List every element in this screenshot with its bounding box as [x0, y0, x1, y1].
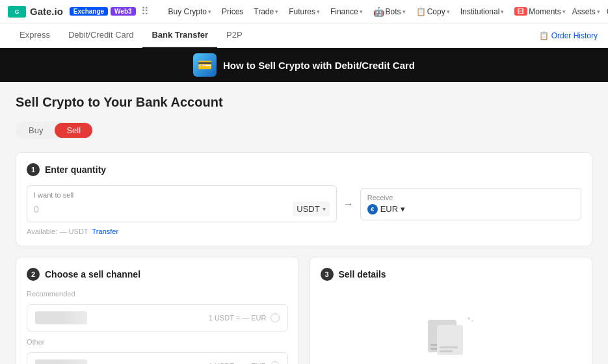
logo-text: Gate.io — [30, 6, 63, 17]
nav-buy-crypto[interactable]: Buy Crypto ▾ — [165, 7, 215, 16]
nav-prices[interactable]: Prices — [218, 7, 247, 16]
channel2-rate: 1 USDT = — EUR — [209, 361, 280, 364]
step3-area: 3 Sell details — [310, 257, 593, 364]
trade-chevron: ▾ — [275, 8, 278, 15]
banner-icon: 💳 — [193, 53, 217, 77]
step2-section: 2 Choose a sell channel Recommended 1 US… — [16, 257, 299, 364]
exchange-tag[interactable]: Exchange — [70, 7, 108, 16]
step2-number: 2 — [27, 268, 40, 281]
sell-button[interactable]: Sell — [55, 123, 92, 138]
channel1-radio[interactable] — [271, 313, 280, 322]
step3-title: Sell details — [339, 269, 386, 280]
recommended-label: Recommended — [27, 290, 288, 298]
nav-finance[interactable]: Finance ▾ — [326, 7, 367, 16]
banner-text: How to Sell Crypto with Debit/Credit Car… — [223, 60, 415, 71]
top-nav: G Gate.io Exchange Web3 ⠿ Buy Crypto ▾ P… — [0, 0, 608, 23]
tab-bank-transfer[interactable]: Bank Transfer — [142, 23, 217, 48]
bots-chevron: ▾ — [403, 8, 406, 15]
order-history-link[interactable]: 📋 Order History — [539, 31, 598, 40]
nav-moments[interactable]: 🎞 Moments ▾ — [510, 7, 569, 16]
sell-label: I want to sell — [34, 191, 330, 199]
nav-futures[interactable]: Futures ▾ — [285, 7, 324, 16]
main-content: Sell Crypto to Your Bank Account Buy Sel… — [0, 82, 608, 364]
sell-field: I want to sell USDT ▾ — [27, 185, 337, 222]
moments-chevron: ▾ — [562, 8, 566, 15]
channel1-logo — [35, 311, 87, 324]
channel-item-2[interactable]: 1 USDT = — EUR — [27, 352, 288, 364]
step1-header: 1 Enter quantity — [27, 163, 581, 176]
details-placeholder-illustration — [428, 320, 473, 359]
receive-currency-label: EUR — [380, 204, 398, 214]
receive-currency-selector[interactable]: € EUR ▾ — [367, 204, 574, 214]
steps-layout: 2 Choose a sell channel Recommended 1 US… — [16, 257, 592, 364]
finance-chevron: ▾ — [360, 8, 363, 15]
quantity-row: I want to sell USDT ▾ → Receive € EUR ▾ — [27, 185, 581, 222]
step1-title: Enter quantity — [45, 164, 106, 175]
copy-icon: 📋 — [416, 7, 426, 16]
nav-copy[interactable]: 📋 Copy ▾ — [412, 7, 454, 16]
moments-badge: 🎞 — [514, 7, 527, 16]
order-history-icon: 📋 — [539, 31, 549, 40]
tab-p2p[interactable]: P2P — [217, 23, 252, 48]
channel1-rate: 1 USDT = — EUR — [209, 313, 280, 322]
swap-arrow-icon: → — [343, 198, 354, 210]
doc-front-icon — [437, 325, 463, 355]
eur-flag-icon: € — [367, 204, 378, 214]
nav-right: Assets ▾ Order ▾ 👤 ⬇ 🔍 ☰ — [572, 5, 608, 19]
page-title: Sell Crypto to Your Bank Account — [16, 95, 592, 110]
step2-title: Choose a sell channel — [45, 269, 140, 280]
dots-decoration — [468, 317, 473, 322]
nav-institutional[interactable]: Institutional ▾ — [456, 7, 509, 16]
channel-item-1[interactable]: 1 USDT = — EUR — [27, 304, 288, 332]
buy-button[interactable]: Buy — [17, 123, 55, 138]
tab-express[interactable]: Express — [10, 23, 59, 48]
other-label: Other — [27, 338, 288, 346]
receive-currency-chevron: ▾ — [401, 204, 405, 214]
institutional-chevron: ▾ — [501, 8, 504, 15]
receive-field: Receive € EUR ▾ — [360, 188, 581, 220]
sell-amount-input[interactable] — [34, 204, 289, 214]
available-text: Available: — USDT — [27, 228, 88, 235]
tab-debit-credit[interactable]: Debit/Credit Card — [59, 23, 142, 48]
channel2-radio[interactable] — [271, 361, 280, 364]
more-nav-icon[interactable]: ⠿ — [139, 5, 152, 18]
logo-icon: G — [8, 6, 26, 18]
step2-area: 2 Choose a sell channel Recommended 1 US… — [16, 257, 299, 364]
available-balance-row: Available: — USDT Transfer — [27, 228, 581, 235]
logo-area[interactable]: G Gate.io — [8, 6, 63, 18]
assets-button[interactable]: Assets ▾ — [572, 7, 600, 16]
sub-nav: Express Debit/Credit Card Bank Transfer … — [0, 23, 608, 48]
nav-bots[interactable]: 🤖 Bots ▾ — [369, 6, 410, 17]
transfer-link[interactable]: Transfer — [92, 228, 119, 235]
step2-header: 2 Choose a sell channel — [27, 268, 288, 281]
buy-sell-toggle: Buy Sell — [16, 122, 94, 139]
step3-header: 3 Sell details — [321, 268, 582, 281]
sell-currency-selector[interactable]: USDT ▾ — [293, 202, 329, 216]
step3-number: 3 — [321, 268, 334, 281]
step1-section: 1 Enter quantity I want to sell USDT ▾ →… — [16, 152, 592, 246]
step1-number: 1 — [27, 163, 40, 176]
promo-banner[interactable]: 💳 How to Sell Crypto with Debit/Credit C… — [0, 48, 608, 82]
sell-currency-label: USDT — [297, 204, 319, 214]
step3-section: 3 Sell details — [310, 257, 593, 364]
copy-chevron: ▾ — [447, 8, 450, 15]
sell-currency-chevron: ▾ — [323, 205, 326, 213]
receive-label: Receive — [367, 194, 574, 202]
web3-tag[interactable]: Web3 — [111, 7, 136, 16]
nav-trade[interactable]: Trade ▾ — [250, 7, 282, 16]
channel2-logo — [35, 359, 87, 364]
buy-crypto-chevron: ▾ — [208, 8, 211, 15]
futures-chevron: ▾ — [317, 8, 320, 15]
